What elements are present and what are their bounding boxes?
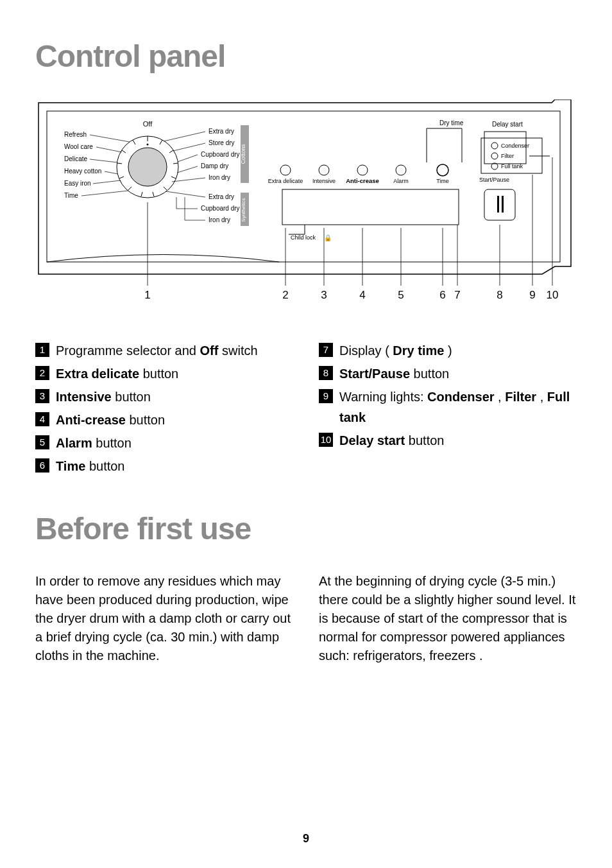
svg-line-29	[166, 191, 205, 197]
svg-rect-48	[484, 189, 515, 220]
legend-text: Alarm button	[56, 433, 293, 453]
legend-row: 5Alarm button	[35, 433, 293, 453]
svg-line-26	[177, 166, 198, 173]
svg-line-8	[164, 187, 167, 190]
light-condenser: Condenser	[501, 143, 529, 149]
dial-off-label: Off	[143, 120, 153, 128]
svg-line-18	[96, 147, 122, 152]
svg-line-7	[171, 177, 176, 178]
light-fulltank: Full tank	[501, 163, 523, 169]
svg-line-4	[160, 140, 162, 144]
legend-number: 1	[35, 343, 49, 357]
btn-alarm: Alarm	[393, 178, 409, 184]
legend-row: 8Start/Pause button	[319, 363, 577, 384]
svg-point-37	[357, 165, 368, 175]
callout-10: 10	[547, 289, 559, 301]
dial-opt-heavycotton: Heavy cotton	[64, 168, 101, 175]
svg-line-22	[81, 191, 128, 196]
callout-3: 3	[321, 289, 327, 301]
callout-6: 6	[439, 289, 445, 301]
svg-rect-50	[502, 196, 504, 213]
callout-9: 9	[529, 289, 535, 301]
svg-line-14	[122, 150, 126, 153]
svg-line-9	[153, 192, 154, 196]
svg-line-11	[128, 187, 132, 190]
legend-row: 10Delay start button	[319, 430, 577, 451]
svg-line-19	[90, 159, 117, 162]
legend-text: Delay start button	[339, 430, 577, 451]
svg-line-21	[93, 180, 121, 184]
callout-8: 8	[497, 289, 502, 301]
dial-opt-store-dry: Store dry	[208, 139, 235, 146]
legend-text: Programme selector and Off switch	[56, 340, 293, 361]
legend-number: 5	[35, 435, 49, 449]
heading-before-first-use: Before first use	[35, 511, 577, 546]
legend-text: Start/Pause button	[339, 363, 577, 384]
hdr-delay-start: Delay start	[492, 121, 523, 128]
callout-7: 7	[454, 289, 460, 301]
svg-line-17	[90, 135, 130, 142]
svg-point-36	[319, 165, 329, 175]
dial-opt-syn-extra: Extra dry	[208, 193, 234, 200]
legend-number: 3	[35, 389, 49, 403]
legend-row: 2Extra delicate button	[35, 363, 293, 384]
dial-opt-syn-cupboard: Cupboard dry	[201, 205, 240, 212]
svg-text:🔒: 🔒	[324, 234, 332, 242]
dial-opt-delicate: Delicate	[64, 155, 88, 162]
legend-row: 3Intensive button	[35, 386, 293, 407]
btn-time: Time	[436, 178, 449, 184]
page-number: 9	[0, 832, 612, 846]
legend-text: Display ( Dry time )	[339, 340, 577, 361]
callout-5: 5	[398, 289, 404, 301]
control-panel-diagram: Off Refresh Wool care Delicate Heavy cot…	[35, 100, 577, 305]
svg-point-2	[128, 148, 167, 186]
heading-control-panel: Control panel	[35, 39, 577, 74]
legend-text: Warning lights: Condenser , Filter , Ful…	[339, 386, 577, 428]
svg-line-6	[173, 163, 178, 164]
svg-point-38	[396, 165, 406, 175]
callout-1: 1	[144, 289, 150, 301]
svg-line-25	[178, 155, 198, 162]
svg-line-12	[119, 177, 124, 178]
dial-opt-syn-iron: Iron dry	[208, 216, 230, 223]
dial-opt-woolcare: Wool care	[64, 143, 93, 150]
legend-text: Anti-crease button	[56, 410, 293, 430]
legend-row: 4Anti-crease button	[35, 410, 293, 430]
dial-opt-extra-dry: Extra dry	[208, 128, 234, 135]
btn-start-pause: Start/Pause	[479, 177, 509, 183]
group-cottons: Cottons	[240, 144, 246, 164]
hdr-dry-time: Dry time	[439, 119, 464, 126]
child-lock-label: Child lock	[291, 234, 316, 241]
callout-2: 2	[282, 289, 288, 301]
legend-number: 8	[319, 366, 333, 380]
dial-opt-cupboard-dry: Cupboard dry	[201, 151, 240, 158]
legend-text: Intensive button	[56, 386, 293, 407]
legend-number: 9	[319, 389, 333, 403]
legend-row: 6Time button	[35, 456, 293, 476]
legend-number: 7	[319, 343, 333, 357]
svg-point-52	[491, 143, 498, 149]
svg-point-16	[147, 144, 149, 146]
dial-opt-time: Time	[64, 192, 78, 199]
light-filter: Filter	[501, 153, 514, 159]
legend-row: 1Programme selector and Off switch	[35, 340, 293, 361]
dial-opt-easyiron: Easy iron	[64, 180, 91, 187]
svg-line-23	[164, 132, 205, 141]
dial-opt-damp-dry: Damp dry	[201, 162, 228, 169]
svg-rect-49	[497, 196, 499, 213]
svg-rect-40	[282, 189, 459, 225]
legend-text: Extra delicate button	[56, 363, 293, 384]
svg-line-15	[133, 140, 135, 144]
legend-row: 9Warning lights: Condenser , Filter , Fu…	[319, 386, 577, 428]
svg-line-5	[169, 150, 173, 153]
svg-point-35	[280, 165, 291, 175]
btn-intensive: Intensive	[312, 178, 336, 184]
legend-number: 6	[35, 458, 49, 473]
svg-line-10	[141, 192, 142, 196]
svg-line-27	[172, 178, 205, 182]
btn-anti-crease: Anti-crease	[346, 177, 379, 184]
svg-line-20	[105, 171, 118, 174]
svg-line-24	[173, 143, 205, 151]
svg-point-39	[437, 164, 448, 176]
legend-number: 4	[35, 412, 49, 426]
